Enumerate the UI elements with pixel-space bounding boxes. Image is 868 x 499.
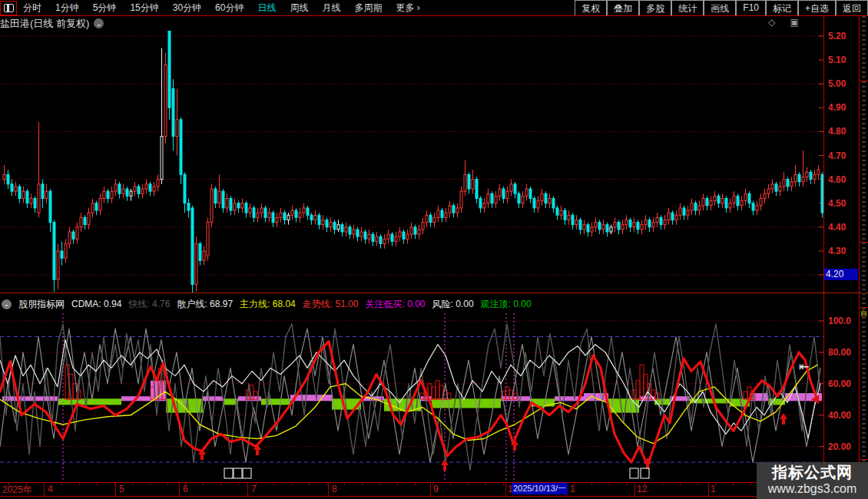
month-label: 1 — [711, 484, 716, 494]
axis-tick — [79, 483, 80, 485]
indicator-collapse-icon[interactable]: ⌄ — [2, 299, 12, 309]
axis-tick — [238, 483, 239, 485]
indicator-scale-label: 20.00 — [828, 441, 859, 452]
month-label: 6 — [183, 484, 188, 494]
month-separator — [247, 483, 248, 496]
indicator-scale-label: 40.00 — [828, 410, 859, 421]
month-label: 8 — [332, 484, 337, 494]
indicator-field-风险: 风险: 0.00 — [432, 298, 474, 311]
axis-tick — [379, 483, 380, 485]
watermark: 指标公式网 www.zbgs3.com — [757, 462, 868, 499]
axis-tick — [450, 483, 451, 485]
app-window: { "topbar": { "periods": [ {"label":"分时"… — [0, 0, 868, 499]
indicator-field-CDMA: CDMA: 0.94 — [71, 299, 121, 309]
indicator-scale-label: 80.00 — [828, 347, 859, 358]
axis-tick — [150, 483, 151, 485]
indicator-field-快线: 快线: 4.76 — [128, 298, 170, 311]
axis-tick — [309, 483, 310, 485]
main-scale-label: 4.40 — [828, 222, 859, 233]
axis-tick — [397, 483, 398, 485]
side-tab[interactable] — [860, 81, 868, 243]
axis-tick — [167, 483, 168, 485]
panel-separator — [0, 292, 868, 293]
main-scale-label: 4.80 — [828, 126, 859, 137]
main-scale-label: 5.20 — [828, 31, 859, 41]
side-tab-label: 自 — [860, 309, 867, 319]
month-label: 1 — [570, 484, 575, 494]
price-highlight-badge: 4.20 — [824, 269, 858, 280]
right-side-tab-strip[interactable]: 自 — [859, 15, 868, 499]
month-separator — [505, 483, 506, 496]
indicator-field-走势线: 走势线: 51.00 — [303, 298, 359, 311]
axis-tick — [627, 483, 628, 485]
indicator-field-主力线: 主力线: 68.04 — [240, 298, 296, 311]
axis-tick — [733, 483, 734, 485]
month-label: 12 — [637, 484, 647, 494]
axis-tick — [362, 483, 363, 485]
month-label: 5 — [119, 484, 124, 494]
axis-tick — [503, 483, 504, 485]
indicator-field-关注低买: 关注低买: 0.00 — [366, 298, 426, 311]
axis-tick — [750, 483, 751, 485]
mouse-cursor-icon: ⇤ — [799, 359, 809, 374]
crosshair-date-badge: 2025/10/13/一 — [512, 483, 568, 494]
axis-tick — [415, 483, 416, 485]
axis-tick — [44, 483, 45, 485]
indicator-scale-label: 100.0 — [828, 316, 859, 326]
side-tab[interactable] — [860, 307, 868, 460]
indicator-header: ⌄ 股朋指标网 CDMA: 0.94快线: 4.76散户线: 68.97主力线:… — [2, 298, 532, 310]
month-separator — [115, 483, 116, 496]
axis-tick — [662, 483, 663, 485]
indicator-scale-label: 60.00 — [828, 378, 859, 389]
axis-tick — [591, 483, 592, 485]
month-label: 4 — [48, 484, 53, 494]
month-label: 7 — [251, 484, 257, 494]
axis-tick — [273, 483, 274, 485]
axis-tick — [344, 483, 345, 485]
axis-tick — [114, 483, 115, 485]
main-scale-label: 4.70 — [828, 150, 859, 161]
axis-tick — [132, 483, 133, 485]
axis-tick — [697, 483, 698, 485]
axis-tick — [220, 483, 221, 485]
axis-tick — [680, 483, 681, 485]
axis-tick — [485, 483, 486, 485]
main-scale-label: 4.60 — [828, 174, 859, 185]
date-axis[interactable]: 2025年45678911121 — [0, 482, 823, 497]
indicator-source-label: 股朋指标网 — [18, 298, 65, 311]
month-separator — [634, 483, 635, 496]
main-scale-label: 4.30 — [828, 246, 859, 256]
charts-canvas[interactable] — [0, 0, 868, 499]
axis-tick — [61, 483, 62, 485]
axis-tick — [203, 483, 204, 485]
main-scale-label: 4.90 — [828, 102, 859, 113]
axis-tick — [468, 483, 469, 485]
main-scale-label: 5.00 — [828, 78, 859, 89]
axis-tick — [291, 483, 292, 485]
axis-tick — [609, 483, 610, 485]
indicator-field-散户线: 散户线: 68.97 — [177, 298, 233, 311]
month-separator — [179, 483, 180, 496]
indicator-field-观注顶: 观注顶: 0.00 — [481, 298, 532, 311]
month-separator — [708, 483, 709, 496]
axis-tick — [326, 483, 327, 485]
month-label: 9 — [433, 484, 439, 494]
side-tab[interactable] — [860, 242, 868, 308]
axis-tick — [97, 483, 98, 485]
watermark-url: www.zbgs3.com — [757, 482, 868, 496]
month-separator — [328, 483, 329, 496]
main-scale-label: 5.10 — [828, 55, 859, 65]
month-separator — [430, 483, 431, 496]
month-label: 2025年 — [2, 484, 32, 497]
watermark-title: 指标公式网 — [757, 462, 868, 482]
side-tab[interactable] — [860, 15, 868, 81]
main-scale-label: 4.50 — [828, 198, 859, 209]
